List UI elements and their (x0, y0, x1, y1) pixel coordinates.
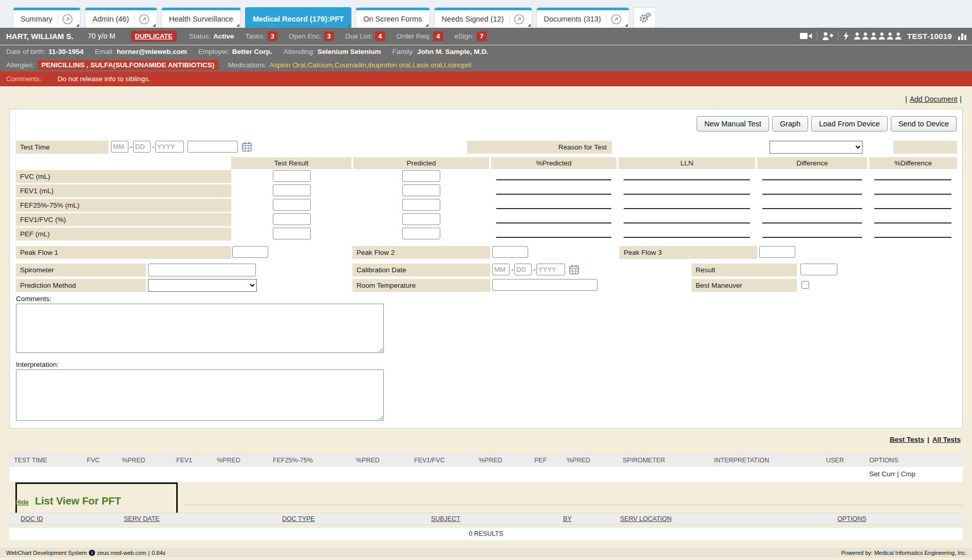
pef-test-result-input[interactable] (273, 228, 311, 239)
video-camera-icon[interactable] (800, 32, 812, 40)
test-year-input[interactable] (155, 141, 184, 153)
peak-flow-row: Peak Flow 1 Peak Flow 2 Peak Flow 3 (10, 246, 962, 259)
calendar-icon[interactable] (242, 142, 252, 152)
spacer-cell (893, 141, 957, 154)
gear-icon (638, 12, 651, 24)
calendar-icon[interactable] (569, 265, 579, 275)
esign-count-badge[interactable]: 7 (477, 31, 487, 41)
medication-link[interactable]: Coumadin (334, 61, 368, 69)
tab-on-screen-forms[interactable]: On Screen Forms (356, 7, 429, 28)
fev1-fvc-percent-predicted-value (496, 213, 611, 223)
medication-link[interactable]: Lasix oral (413, 61, 444, 69)
medication-link[interactable]: Lisinopril (444, 61, 471, 69)
set-curr-link[interactable]: Set Curr (869, 470, 895, 478)
peak-flow-3-input[interactable] (759, 246, 795, 258)
doc-hdr-subject[interactable]: SUBJECT (431, 515, 460, 522)
doc-hdr-doc-type[interactable]: DOC TYPE (282, 515, 315, 522)
best-tests-link[interactable]: Best Tests (890, 436, 924, 443)
test-time-input[interactable] (188, 141, 238, 153)
result-input[interactable] (800, 264, 837, 275)
new-manual-test-button[interactable]: New Manual Test (697, 116, 769, 132)
fvc-predicted-input[interactable] (402, 170, 440, 182)
peak-flow-2-input[interactable] (492, 246, 528, 258)
fvc-label: FVC (mL) (16, 170, 231, 183)
tab-admin[interactable]: Admin (46) (85, 7, 157, 28)
doc-hdr-doc-id[interactable]: DOC ID (21, 515, 43, 522)
medication-link[interactable]: Calcium (308, 61, 335, 69)
allergies-badge[interactable]: PENICILLINS , SULFA(SULFONAMIDE ANTIBIOT… (38, 60, 219, 70)
test-month-input[interactable] (111, 141, 128, 153)
doc-hdr-options[interactable]: OPTIONS (837, 515, 866, 522)
room-temperature-input[interactable] (492, 279, 597, 291)
divider (817, 31, 817, 41)
peak-flow-2-label: Peak Flow 2 (352, 246, 490, 259)
tab-needs-signed[interactable]: Needs Signed (12) (434, 7, 532, 28)
results-table-header: TEST TIME FVC %PRED FEV1 %PRED FEF25%-75… (9, 454, 963, 466)
employer-label: Employer: (198, 48, 230, 55)
fvc-lln-value (624, 170, 750, 180)
doc-hdr-serv-location[interactable]: SERV LOCATION (620, 515, 671, 522)
pef-predicted-input[interactable] (402, 228, 440, 239)
medication-link[interactable]: Aspirin Oral (269, 61, 307, 69)
flash-icon[interactable] (843, 31, 849, 41)
load-from-device-button[interactable]: Load From Device (811, 116, 887, 132)
order-req-count-badge[interactable]: 4 (433, 31, 443, 41)
tab-documents[interactable]: Documents (313) (536, 7, 629, 28)
popout-icon[interactable] (134, 14, 149, 25)
fev1-fvc-lln-value (624, 213, 750, 223)
open-enc-count-badge[interactable]: 3 (324, 31, 334, 41)
col-test-result: Test Result (231, 157, 351, 169)
interpretation-textarea[interactable] (16, 369, 384, 421)
popout-icon[interactable] (509, 14, 525, 25)
fev1-fvc-predicted-input[interactable] (402, 213, 440, 225)
duplicate-badge[interactable]: DUPLICATE (131, 31, 177, 42)
fef-predicted-input[interactable] (402, 199, 440, 211)
col-percent-difference: %Difference (869, 157, 957, 169)
tab-medical-record[interactable]: Medical Record (179):PFT (245, 7, 351, 28)
cmp-link[interactable]: Cmp (901, 470, 915, 478)
chart-icon[interactable] (958, 32, 967, 41)
patient-age-sex: 70 y/o M (88, 32, 116, 40)
calibration-year-input[interactable] (536, 264, 565, 275)
fvc-test-result-input[interactable] (273, 170, 311, 182)
reason-for-test-select[interactable] (770, 141, 863, 154)
doc-hdr-by[interactable]: BY (563, 515, 572, 522)
fvc-row: FVC (mL) (10, 170, 962, 183)
settings-gear-button[interactable] (633, 7, 656, 28)
popout-icon[interactable] (58, 14, 73, 25)
calibration-date-label: Calibration Date (352, 264, 490, 276)
prediction-row: Prediction Method Room Temperature Best … (10, 279, 962, 292)
send-to-device-button[interactable]: Send to Device (891, 116, 957, 132)
tab-health-surveillance[interactable]: Health Surveillance (161, 7, 241, 28)
add-document-link[interactable]: Add Document (910, 95, 958, 103)
popout-icon[interactable] (606, 14, 622, 25)
graph-button[interactable]: Graph (772, 116, 808, 132)
fef-label: FEF25%-75% (mL) (16, 199, 231, 212)
fvc-percent-difference-value (874, 170, 951, 180)
comments-textarea[interactable] (16, 304, 384, 353)
tasks-label: Tasks: (246, 32, 265, 40)
add-person-icon[interactable] (822, 32, 833, 41)
fev1-fvc-percent-difference-value (874, 213, 951, 223)
tab-summary-label: Summary (21, 15, 52, 23)
test-day-input[interactable] (133, 141, 151, 153)
medication-link[interactable]: ibuprofen oral (368, 61, 412, 69)
spirometer-input[interactable] (148, 264, 256, 276)
fef-test-result-input[interactable] (273, 199, 311, 211)
all-tests-link[interactable]: All Tests (932, 436, 961, 443)
due-list-count-badge[interactable]: 4 (375, 31, 385, 41)
info-icon[interactable] (89, 550, 95, 556)
fev1-fvc-test-result-input[interactable] (273, 213, 311, 225)
patient-name: HART, WILLIAM S. (6, 32, 73, 41)
peak-flow-1-input[interactable] (232, 246, 268, 258)
tasks-count-badge[interactable]: 3 (268, 31, 277, 41)
fev1-predicted-input[interactable] (402, 184, 440, 196)
fev1-test-result-input[interactable] (273, 184, 311, 196)
best-maneuver-checkbox[interactable] (801, 281, 809, 289)
prediction-method-select[interactable] (148, 279, 257, 292)
doc-hdr-serv-date[interactable]: SERV DATE (124, 515, 160, 522)
tab-summary[interactable]: Summary (13, 7, 81, 28)
calibration-day-input[interactable] (514, 264, 532, 275)
calibration-month-input[interactable] (492, 264, 510, 275)
hide-list-view-link[interactable]: Hide (15, 499, 29, 506)
